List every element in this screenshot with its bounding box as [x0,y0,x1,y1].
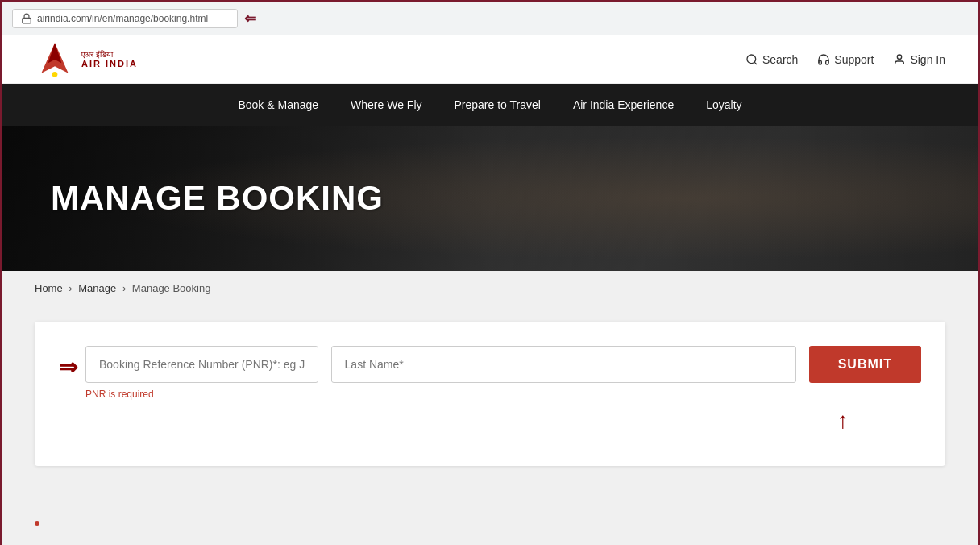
lock-icon [21,13,32,24]
left-arrow-annotation: ⇒ [59,346,85,381]
form-card: ⇒ PNR is required SUBMIT [35,322,945,466]
hero-title: MANAGE BOOKING [2,179,384,218]
url-bar[interactable]: airindia.com/in/en/manage/booking.html [12,9,238,28]
nav-prepare-to-travel[interactable]: Prepare to Travel [455,84,541,126]
breadcrumb-sep-1: › [69,282,72,294]
pnr-error: PNR is required [85,389,318,400]
breadcrumb: Home › Manage › Manage Booking [2,271,978,306]
form-fields-area: PNR is required SUBMIT [85,346,921,400]
signin-button[interactable]: Sign In [893,53,945,66]
nav-book-manage[interactable]: Book & Manage [238,84,318,126]
support-label: Support [834,53,874,66]
pnr-input[interactable] [85,346,318,383]
back-arrow-annotation: ⇐ [244,10,256,27]
svg-point-6 [898,55,902,59]
logo[interactable]: एअर इंडिया AIR INDIA [35,40,138,80]
search-label: Search [762,53,798,66]
air-india-logo-icon [35,40,75,80]
submit-button[interactable]: SUBMIT [809,346,921,383]
nav-air-india-experience[interactable]: Air India Experience [573,84,674,126]
search-icon [745,53,758,66]
footer-area [2,498,978,545]
breadcrumb-home[interactable]: Home [35,282,63,294]
svg-rect-0 [23,18,31,23]
breadcrumb-sep-2: › [122,282,126,294]
url-text: airindia.com/in/en/manage/booking.html [37,13,208,24]
nav-loyalty[interactable]: Loyalty [706,84,741,126]
breadcrumb-current: Manage Booking [132,282,211,294]
svg-point-3 [52,72,58,77]
headset-icon [817,53,830,66]
logo-text: एअर इंडिया AIR INDIA [81,50,138,69]
submit-with-arrow: SUBMIT [809,346,921,383]
search-button[interactable]: Search [745,53,798,66]
form-row: PNR is required SUBMIT [85,346,921,400]
user-icon [893,53,906,66]
logo-english: AIR INDIA [81,59,138,69]
logo-hindi: एअर इंडिया [81,50,138,59]
lastname-input[interactable] [331,346,796,383]
main-nav: Book & Manage Where We Fly Prepare to Tr… [2,84,978,126]
up-arrow-annotation: ↑ [837,408,849,433]
svg-point-4 [747,55,756,64]
breadcrumb-manage[interactable]: Manage [78,282,116,294]
up-arrow-annotation-wrapper: ↑ [59,408,921,434]
support-button[interactable]: Support [817,53,874,66]
hero-section: MANAGE BOOKING [2,126,978,271]
pnr-input-group: PNR is required [85,346,318,400]
red-dot [35,521,39,526]
main-content: ⇒ PNR is required SUBMIT [2,306,978,498]
form-wrapper: ⇒ PNR is required SUBMIT [59,346,921,400]
nav-where-we-fly[interactable]: Where We Fly [351,84,421,126]
top-nav: एअर इंडिया AIR INDIA Search Support Sign… [2,35,978,84]
svg-line-5 [754,62,757,64]
lastname-input-group [331,346,796,383]
browser-bar: airindia.com/in/en/manage/booking.html ⇐ [2,2,978,35]
signin-label: Sign In [910,53,945,66]
top-right-nav: Search Support Sign In [745,53,945,66]
